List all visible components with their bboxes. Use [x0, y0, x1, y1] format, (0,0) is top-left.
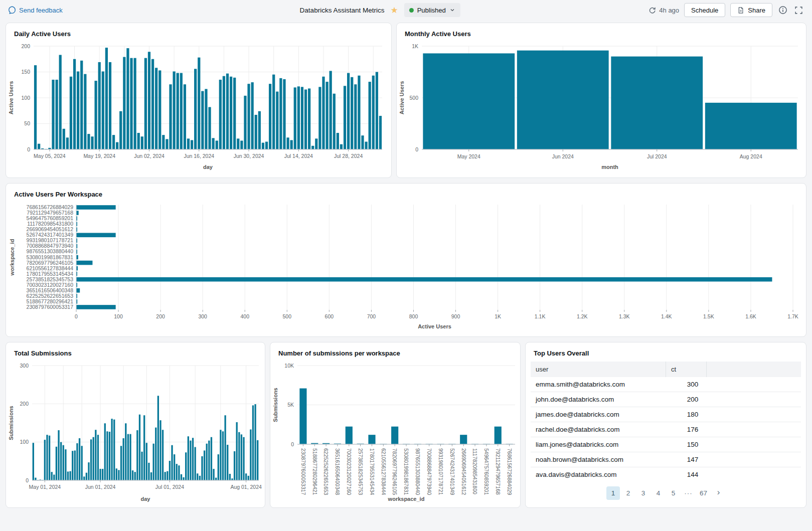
table-row: liam.jones@databricks.com150 [531, 437, 801, 452]
top-users-table: userctemma.smith@databricks.com300john.d… [531, 362, 801, 497]
info-button[interactable] [777, 5, 788, 16]
ct-cell: 150 [666, 437, 707, 452]
fullscreen-icon [794, 6, 803, 15]
svg-text:7686156726884029: 7686156726884029 [507, 448, 513, 495]
svg-text:Jul 2024: Jul 2024 [647, 153, 667, 159]
svg-text:5188677280296421: 5188677280296421 [312, 448, 318, 495]
column-header-ct[interactable]: ct [666, 362, 707, 377]
svg-text:50: 50 [24, 120, 30, 126]
svg-text:Jun 30, 2024: Jun 30, 2024 [234, 153, 264, 159]
daily-active-users-chart: 050100150200May 05, 2024May 19, 2024Jun … [6, 41, 391, 171]
svg-text:800: 800 [409, 313, 418, 319]
page-button-3[interactable]: 3 [636, 486, 650, 500]
empty-cell [706, 407, 801, 422]
bars[interactable] [423, 51, 796, 149]
svg-text:day: day [141, 496, 151, 502]
svg-text:0: 0 [291, 441, 294, 447]
share-button[interactable]: Share [730, 3, 772, 17]
publish-status-dropdown[interactable]: Published [404, 3, 460, 17]
svg-text:Jul 14, 2024: Jul 14, 2024 [284, 153, 313, 159]
card-daily-active-users: Daily Active Users 050100150200May 05, 2… [6, 23, 392, 178]
next-page-button[interactable]: › [712, 486, 725, 500]
svg-text:7820697796246105: 7820697796246105 [392, 448, 398, 495]
chart-title: Monthly Active Users [397, 23, 806, 39]
svg-text:0: 0 [415, 146, 418, 152]
svg-text:300: 300 [20, 363, 29, 369]
svg-text:100: 100 [20, 439, 29, 445]
svg-text:0: 0 [75, 313, 78, 319]
card-submissions-per-workspace: Number of submissions per workspace 05K1… [270, 342, 521, 508]
svg-text:0: 0 [27, 146, 30, 152]
column-header-empty[interactable] [706, 362, 801, 377]
schedule-button[interactable]: Schedule [684, 3, 725, 17]
svg-text:2308797600053317: 2308797600053317 [300, 448, 306, 495]
monthly-active-users-canvas: 05001KMay 2024Jun 2024Jul 2024Aug 2024mo… [397, 41, 806, 171]
share-file-icon [737, 7, 744, 14]
dashboard-title: Databricks Assistant Metrics [300, 7, 385, 14]
daily-active-users-canvas: 050100150200May 05, 2024May 19, 2024Jun … [6, 41, 391, 171]
chart-title: Active Users Per Workspace [6, 184, 806, 200]
table-row: rachel.doe@databricks.com176 [531, 422, 801, 437]
svg-text:500: 500 [409, 95, 418, 101]
last-refreshed[interactable]: 4h ago [648, 7, 679, 14]
svg-text:1.3K: 1.3K [619, 313, 630, 319]
submissions-per-workspace-chart: 05K10K2308797600053317518867728029642162… [270, 361, 520, 503]
card-total-submissions: Total Submissions 0100200300May 01, 2024… [6, 342, 265, 508]
page-button-5[interactable]: 5 [667, 486, 680, 500]
card-active-users-per-workspace: Active Users Per Workspace 0100200300400… [6, 183, 806, 337]
table-row: john.doe@databricks.com200 [531, 392, 801, 407]
svg-text:2573851825345753: 2573851825345753 [358, 448, 364, 495]
svg-text:day: day [203, 164, 213, 170]
bars[interactable] [33, 396, 259, 480]
svg-text:1.4K: 1.4K [661, 313, 672, 319]
send-feedback-link[interactable]: Send feedback [8, 6, 63, 14]
svg-text:150: 150 [21, 69, 30, 75]
column-header-user[interactable]: user [531, 362, 666, 377]
bars[interactable] [34, 48, 382, 149]
svg-text:May 2024: May 2024 [457, 153, 480, 159]
svg-text:Jun 2024: Jun 2024 [552, 153, 574, 159]
svg-text:7008868847973940: 7008868847973940 [426, 448, 432, 495]
svg-text:6225252622651653: 6225252622651653 [323, 448, 329, 495]
page-button-2[interactable]: 2 [621, 486, 635, 500]
page-button-67[interactable]: 67 [697, 486, 710, 500]
svg-text:900: 900 [451, 313, 460, 319]
table-row: noah.brown@databricks.com147 [531, 452, 801, 467]
table-pagination: 12345···67› [526, 479, 805, 507]
bars[interactable] [299, 389, 513, 444]
page-button-1[interactable]: 1 [606, 486, 620, 500]
active-users-per-workspace-chart: 01002003004005006007008009001K1.1K1.2K1.… [6, 202, 806, 331]
svg-text:200: 200 [156, 313, 165, 319]
svg-text:100: 100 [114, 313, 123, 319]
user-cell: rachel.doe@databricks.com [531, 422, 666, 437]
svg-text:Jun 16, 2024: Jun 16, 2024 [184, 153, 214, 159]
feedback-bubble-icon [8, 6, 16, 14]
ct-cell: 176 [666, 422, 707, 437]
svg-text:May 01, 2024: May 01, 2024 [29, 484, 61, 490]
svg-text:2308797600053317: 2308797600053317 [27, 304, 74, 310]
svg-text:500: 500 [283, 313, 292, 319]
svg-text:Active Users: Active Users [8, 81, 14, 115]
chart-title: Total Submissions [6, 342, 265, 359]
send-feedback-label: Send feedback [19, 7, 63, 14]
empty-cell [706, 392, 801, 407]
bars[interactable] [77, 205, 772, 309]
chart-title: Number of submissions per workspace [270, 342, 520, 359]
svg-text:Jun 01, 2024: Jun 01, 2024 [85, 484, 116, 490]
svg-text:100: 100 [21, 95, 30, 101]
empty-cell [706, 422, 801, 437]
svg-text:1117820985431800: 1117820985431800 [472, 448, 478, 494]
svg-text:Active Users: Active Users [399, 81, 405, 115]
ct-cell: 180 [666, 407, 707, 422]
user-cell: liam.jones@databricks.com [531, 437, 666, 452]
table-row: james.doe@databricks.com180 [531, 407, 801, 422]
ct-cell: 200 [666, 392, 707, 407]
favorite-star-icon[interactable]: ★ [390, 6, 398, 15]
topbar-actions: 4h ago Schedule Share [648, 3, 804, 17]
svg-text:Jun 02, 2024: Jun 02, 2024 [134, 153, 165, 159]
svg-text:6210556127838444: 6210556127838444 [381, 448, 387, 495]
svg-text:700: 700 [367, 313, 376, 319]
page-button-4[interactable]: 4 [652, 486, 665, 500]
svg-text:1K: 1K [495, 313, 501, 319]
fullscreen-button[interactable] [793, 5, 804, 16]
